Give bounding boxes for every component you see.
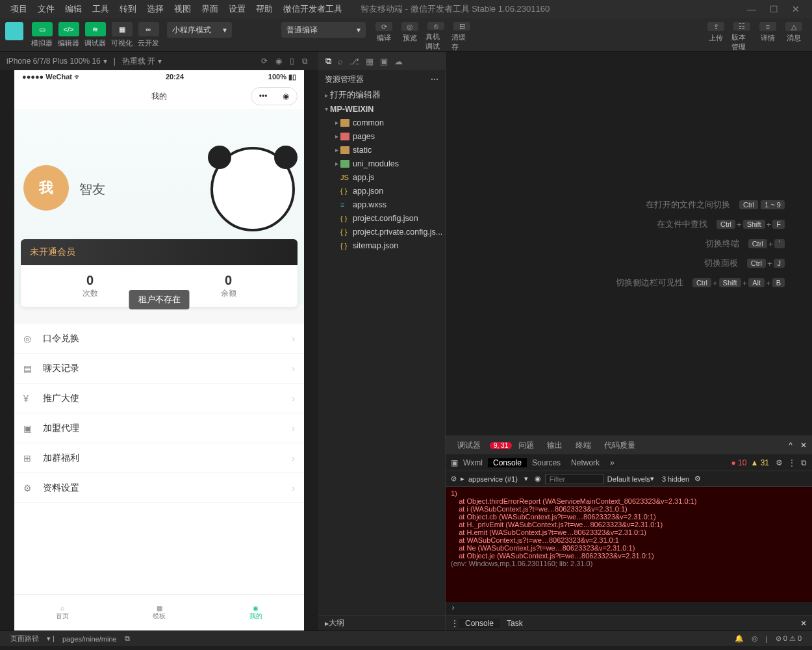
inspect-icon[interactable]: ▣ — [451, 458, 458, 467]
profile-avatar[interactable]: 我 — [23, 165, 69, 211]
clear-cache-button[interactable]: ⊟清缓存 — [451, 22, 472, 43]
debugger-button[interactable]: ≋调试器 — [84, 22, 106, 48]
more-icon[interactable]: ⋯ — [431, 75, 438, 84]
simulator-button[interactable]: ▭模拟器 — [31, 22, 53, 48]
list-item[interactable]: ▤聊天记录› — [14, 354, 304, 384]
menu-item[interactable]: 项目 — [5, 3, 32, 15]
tree-file[interactable]: { }project.config.json — [318, 211, 445, 225]
dt-tab-problems[interactable]: 问题 — [512, 440, 540, 451]
remote-debug-button[interactable]: ⎋真机调试 — [425, 22, 446, 43]
more-icon[interactable]: ••• — [259, 92, 268, 101]
record-icon[interactable]: ◉ — [275, 57, 282, 66]
minimize-icon[interactable]: — — [741, 4, 763, 14]
eye-icon[interactable]: ◉ — [535, 474, 541, 483]
dock-icon[interactable]: ⧉ — [801, 458, 807, 467]
menu-item[interactable]: 微信开发者工具 — [278, 3, 348, 15]
menu-item[interactable]: 界面 — [196, 3, 223, 15]
tree-folder[interactable]: ▸common — [318, 116, 445, 129]
menu-item[interactable]: 设置 — [223, 3, 251, 15]
list-item[interactable]: ¥推广大使› — [14, 384, 304, 413]
tab-home[interactable]: ⌂首页 — [14, 595, 111, 630]
drawer-console[interactable]: Console — [459, 619, 500, 628]
drawer-icon[interactable]: ⋮ — [451, 619, 459, 628]
tree-file[interactable]: { }project.private.config.js... — [318, 225, 445, 239]
vip-banner[interactable]: 未开通会员 — [21, 239, 298, 265]
dt-tab-debug[interactable]: 调试器 — [451, 440, 487, 451]
target-icon[interactable]: ◉ — [283, 92, 289, 101]
editor-button[interactable]: </>编辑器 — [58, 22, 79, 48]
popout-icon[interactable]: ⧉ — [302, 57, 308, 66]
visualize-button[interactable]: ▦可视化 — [111, 22, 133, 48]
tab-template[interactable]: ▦模板 — [111, 595, 208, 630]
error-status[interactable]: ⊘ 0 ⚠ 0 — [776, 634, 802, 643]
dt-tab-terminal[interactable]: 终端 — [569, 440, 598, 451]
route-label[interactable]: 页面路径 — [10, 634, 39, 644]
more-tabs-icon[interactable]: » — [605, 458, 620, 467]
tree-folder[interactable]: ▸static — [318, 143, 445, 157]
tab-mine[interactable]: ◉我的 — [207, 595, 304, 630]
bug-icon[interactable]: ☁ — [394, 57, 403, 66]
bell-icon[interactable]: 🔔 — [735, 634, 744, 643]
git-icon[interactable]: ⎇ — [349, 57, 359, 66]
outline-section[interactable]: ▸ 大纲 — [318, 615, 445, 630]
list-item[interactable]: ⚙资料设置› — [14, 473, 304, 503]
dt-sub-network[interactable]: Network — [566, 458, 605, 467]
list-item[interactable]: ▣加盟代理› — [14, 413, 304, 443]
list-item[interactable]: ◎口令兑换› — [14, 324, 304, 354]
menu-item[interactable]: 选择 — [142, 3, 169, 15]
levels-select[interactable]: Default levels — [607, 475, 650, 483]
mode-select[interactable]: 小程序模式▾ — [167, 22, 232, 38]
menu-item[interactable]: 编辑 — [60, 3, 87, 15]
ext-icon[interactable]: ▦ — [366, 57, 374, 66]
dt-tab-quality[interactable]: 代码质量 — [598, 440, 642, 451]
menu-item[interactable]: 转到 — [114, 3, 142, 15]
menu-item[interactable]: 文件 — [32, 3, 60, 15]
tree-file[interactable]: JSapp.js — [318, 170, 445, 184]
cloud-dev-button[interactable]: ∞云开发 — [138, 22, 159, 48]
tree-folder[interactable]: ▸uni_modules — [318, 157, 445, 170]
dt-sub-wxml[interactable]: Wxml — [458, 458, 488, 467]
clear-icon[interactable]: ⊘ — [451, 474, 457, 483]
device-select[interactable]: iPhone 6/7/8 Plus 100% 16 — [6, 57, 101, 66]
error-count[interactable]: ● 10 — [731, 458, 747, 467]
compile-button[interactable]: ⟳编译 — [374, 22, 394, 43]
context-select[interactable]: appservice (#1) — [468, 475, 518, 483]
preview-button[interactable]: ◎预览 — [400, 22, 420, 43]
list-item[interactable]: ⊞加群福利› — [14, 443, 304, 473]
chevron-up-icon[interactable]: ^ — [789, 441, 793, 450]
console-output[interactable]: 1) at Object.thirdErrorReport (WAService… — [446, 487, 812, 602]
copy-icon[interactable]: ⧉ — [125, 634, 130, 643]
tree-file[interactable]: ≡app.wxss — [318, 198, 445, 211]
tree-file[interactable]: { }app.json — [318, 184, 445, 198]
capsule[interactable]: •••◉ — [251, 87, 298, 105]
warn-count[interactable]: ▲ 31 — [750, 458, 769, 467]
message-button[interactable]: △消息 — [783, 22, 804, 43]
refresh-icon[interactable]: ⟳ — [261, 57, 268, 66]
project-root[interactable]: ▾MP-WEIXIN — [318, 102, 445, 116]
files-icon[interactable]: ⧉ — [325, 56, 331, 66]
close-icon[interactable]: ✕ — [800, 619, 807, 628]
db-icon[interactable]: ▣ — [380, 57, 388, 66]
route-path[interactable]: pages/mine/mine — [62, 635, 117, 643]
user-avatar-icon[interactable] — [5, 22, 23, 40]
tree-folder[interactable]: ▸pages — [318, 129, 445, 143]
compile-select[interactable]: 普通编译▾ — [281, 22, 366, 38]
drawer-task[interactable]: Task — [500, 619, 529, 628]
search-icon[interactable]: ⌕ — [338, 57, 343, 66]
close-icon[interactable]: ✕ — [785, 4, 807, 14]
console-prompt[interactable]: › — [446, 602, 812, 615]
dt-tab-output[interactable]: 输出 — [540, 440, 569, 451]
maximize-icon[interactable]: ☐ — [763, 4, 785, 14]
filter-input[interactable] — [545, 474, 603, 484]
gear-icon[interactable]: ⚙ — [694, 474, 701, 483]
menu-item[interactable]: 视图 — [169, 3, 196, 15]
play-icon[interactable]: ▸ — [461, 474, 464, 483]
hot-reload-label[interactable]: 热重载 开 — [122, 56, 155, 67]
dt-sub-console[interactable]: Console — [488, 458, 527, 467]
menu-item[interactable]: 帮助 — [251, 3, 278, 15]
version-button[interactable]: ☷版本管理 — [731, 22, 752, 43]
close-icon[interactable]: ✕ — [800, 441, 807, 450]
upload-button[interactable]: ⇪上传 — [705, 22, 726, 43]
open-editors-section[interactable]: ▸打开的编辑器 — [318, 88, 445, 102]
target-icon[interactable]: ◎ — [752, 634, 758, 643]
